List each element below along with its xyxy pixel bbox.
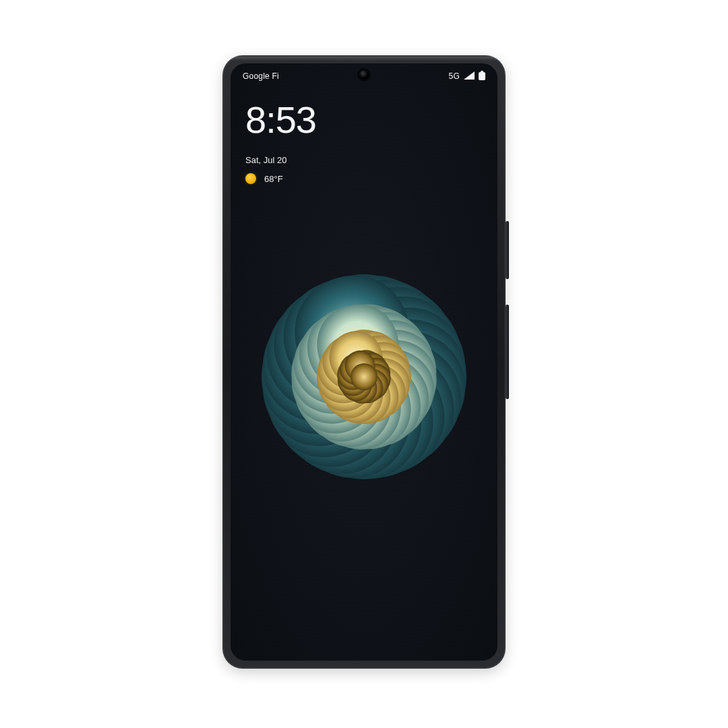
phone-frame: Google Fi 5G 8:53 xyxy=(222,55,506,669)
battery-icon xyxy=(479,71,485,82)
network-label: 5G xyxy=(449,71,460,81)
date-label[interactable]: Sat, Jul 20 xyxy=(245,155,483,165)
lockscreen-info: 8:53 Sat, Jul 20 68°F xyxy=(245,101,483,184)
temperature-label: 68°F xyxy=(264,174,283,184)
svg-rect-1 xyxy=(479,72,485,80)
volume-button[interactable] xyxy=(506,305,509,399)
wallpaper-flower xyxy=(253,266,475,488)
status-right: 5G xyxy=(449,71,485,82)
power-button[interactable] xyxy=(506,221,509,279)
sun-icon xyxy=(245,173,256,184)
svg-point-2 xyxy=(351,363,377,390)
lock-screen[interactable]: Google Fi 5G 8:53 xyxy=(231,63,497,661)
carrier-label: Google Fi xyxy=(243,71,279,81)
signal-icon xyxy=(464,71,475,82)
svg-rect-0 xyxy=(481,71,483,72)
front-camera xyxy=(359,70,369,80)
weather-widget[interactable]: 68°F xyxy=(245,173,483,184)
svg-point-3 xyxy=(256,269,472,485)
clock[interactable]: 8:53 xyxy=(245,101,483,139)
